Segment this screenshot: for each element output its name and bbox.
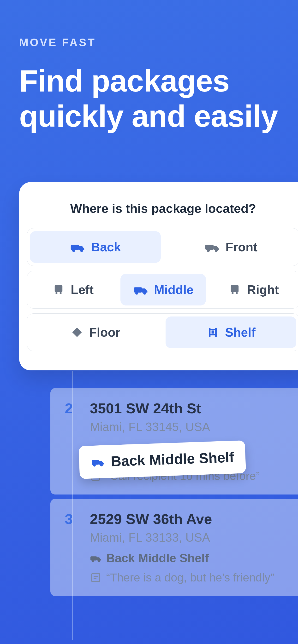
- truck-rear-icon: [228, 283, 241, 296]
- truck-icon: [204, 240, 220, 254]
- stop-number: 3: [65, 511, 89, 527]
- truck-rear-icon: [52, 283, 65, 296]
- location-selector-card: Where is this package located? Back Fron…: [19, 182, 298, 370]
- location-summary-popover: Back Middle Shelf: [79, 440, 246, 479]
- selector-row-depth: Back Front: [27, 228, 298, 266]
- hero-eyebrow: MOVE FAST: [19, 36, 279, 49]
- stop-note-text: There is a dog, but he's friendly: [106, 571, 274, 584]
- option-label: Floor: [89, 325, 120, 340]
- option-label: Shelf: [225, 325, 255, 340]
- shelf-icon: [206, 326, 219, 339]
- note-icon: [90, 572, 102, 584]
- stop-number: 2: [65, 400, 89, 417]
- option-label: Middle: [154, 282, 194, 297]
- option-label: Right: [247, 282, 279, 297]
- option-front[interactable]: Front: [166, 231, 296, 263]
- location-summary-text: Back Middle Shelf: [111, 449, 234, 470]
- diamond-icon: [71, 326, 83, 339]
- truck-icon: [90, 553, 102, 564]
- hero-headline-line2: quickly and easily: [19, 99, 278, 133]
- option-back[interactable]: Back: [30, 231, 161, 263]
- option-floor[interactable]: Floor: [30, 316, 161, 348]
- option-shelf[interactable]: Shelf: [166, 316, 296, 348]
- stop-note: There is a dog, but he's friendly: [90, 571, 274, 584]
- hero-headline: Find packages quickly and easily: [19, 63, 279, 134]
- card-title: Where is this package located?: [19, 201, 298, 216]
- selector-row-side: Left Middle Right: [27, 271, 298, 308]
- truck-icon: [90, 456, 105, 468]
- stop-address-line1: 2529 SW 36th Ave: [90, 511, 274, 527]
- option-left[interactable]: Left: [30, 274, 116, 306]
- stop-address-line1: 3501 SW 24th St: [90, 400, 260, 417]
- stop-address-line2: Miami, FL 33133, USA: [90, 531, 274, 544]
- option-label: Back: [91, 240, 121, 254]
- hero-headline-line1: Find packages: [19, 64, 229, 98]
- option-middle[interactable]: Middle: [120, 274, 206, 306]
- stop-item[interactable]: 3 2529 SW 36th Ave Miami, FL 33133, USA …: [50, 499, 298, 596]
- stops-list: 2 3501 SW 24th St Miami, FL 33145, USA C…: [50, 388, 298, 600]
- stop-address-line2: Miami, FL 33145, USA: [90, 420, 260, 434]
- truck-icon: [70, 240, 85, 254]
- option-label: Left: [71, 282, 94, 297]
- selector-row-level: Floor Shelf: [27, 314, 298, 351]
- truck-icon: [133, 283, 148, 296]
- stop-location-tag: Back Middle Shelf: [90, 551, 209, 565]
- option-label: Front: [226, 240, 257, 254]
- option-right[interactable]: Right: [211, 274, 296, 306]
- stop-location-tag-text: Back Middle Shelf: [106, 551, 209, 565]
